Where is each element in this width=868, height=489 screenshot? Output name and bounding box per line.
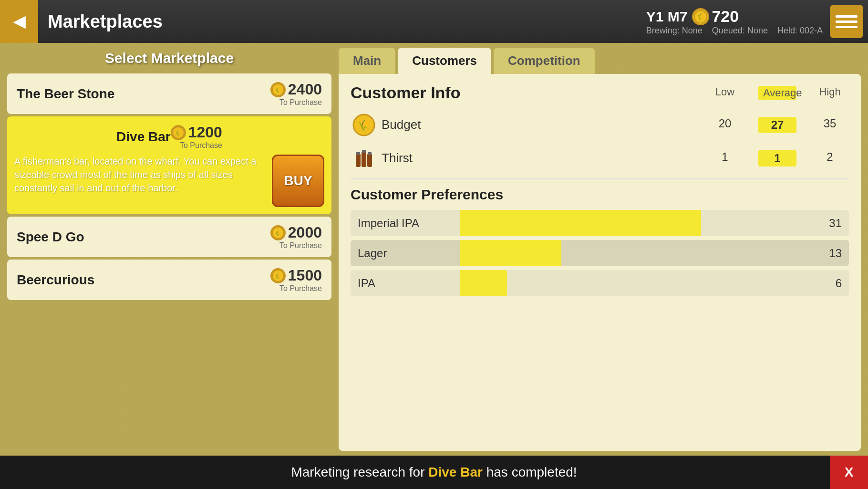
svg-rect-15 xyxy=(356,152,360,155)
header-left: ◀ Marketplaces xyxy=(0,0,163,43)
budget-label: Budget xyxy=(382,117,706,132)
column-headers: Low Average High xyxy=(706,86,849,100)
left-panel: Select Marketplace The Beer Stone 🌾 2400 xyxy=(7,48,331,451)
svg-rect-16 xyxy=(362,150,366,153)
col-header-avg: Average xyxy=(758,86,796,100)
budget-low: 20 xyxy=(706,117,744,133)
lager-name: Lager xyxy=(351,247,460,260)
dive-bar-price: 🌾 1200 xyxy=(171,124,222,141)
customer-row-thirst: Thirst 1 1 2 xyxy=(351,145,849,171)
dive-bar-description: A fisherman's bar, located on the wharf.… xyxy=(14,155,265,195)
speed-go-price-container: 🌾 2000 To Purchase xyxy=(270,224,322,250)
back-button[interactable]: ◀ xyxy=(0,0,38,43)
price-amount: 2400 xyxy=(288,81,322,98)
beercurious-price-label: To Purchase xyxy=(279,284,322,293)
marketplace-list: The Beer Stone 🌾 2400 To Purchase xyxy=(7,73,331,300)
budget-icon: 🌾 xyxy=(351,112,377,138)
menu-line-1 xyxy=(836,15,858,18)
imperial-ipa-name: Imperial IPA xyxy=(351,217,460,230)
ipa-bar xyxy=(460,270,507,296)
header: ◀ Marketplaces Y1 M7 🌾 720 Brewing: N xyxy=(0,0,868,43)
coin-display: 🌾 720 xyxy=(692,7,739,26)
header-info-block: Y1 M7 🌾 720 Brewing: None Queued: None xyxy=(646,7,823,36)
year-month: Y1 M7 xyxy=(646,9,688,25)
tab-content-customers: Customer Info Low Average High 🌾 Budget xyxy=(339,74,861,451)
svg-text:🌾: 🌾 xyxy=(357,119,371,132)
preferences-title: Customer Preferences xyxy=(351,178,849,203)
dive-bar-name: Dive Bar xyxy=(116,129,171,145)
close-notification-button[interactable]: X xyxy=(830,456,868,489)
page-title: Marketplaces xyxy=(48,11,163,32)
tab-customers[interactable]: Customers xyxy=(398,48,491,74)
header-status: Brewing: None Queued: None Held: 002-A xyxy=(646,26,823,36)
select-marketplace-title: Select Marketplace xyxy=(7,48,331,69)
imperial-ipa-value: 31 xyxy=(829,217,849,230)
preference-row-imperial-ipa: Imperial IPA 31 xyxy=(351,210,849,236)
preference-row-lager: Lager 13 xyxy=(351,240,849,266)
menu-line-3 xyxy=(836,26,858,28)
ipa-bar-container: 6 xyxy=(460,270,849,296)
svg-text:🌾: 🌾 xyxy=(697,13,705,21)
svg-text:🌾: 🌾 xyxy=(275,230,281,237)
marketplace-item-name: The Beer Stone xyxy=(17,86,114,102)
menu-button[interactable] xyxy=(830,5,863,38)
col-header-high: High xyxy=(811,86,849,100)
beercurious-name: Beercurious xyxy=(17,272,94,288)
speed-go-coin-icon: 🌾 xyxy=(270,225,286,240)
svg-text:🌾: 🌾 xyxy=(275,87,281,94)
customer-info-header: Customer Info Low Average High xyxy=(351,83,849,102)
price-coin-icon: 🌾 xyxy=(270,82,286,97)
notification-highlight: Dive Bar xyxy=(428,465,483,479)
tabs: Main Customers Competition xyxy=(339,48,861,74)
svg-text:🌾: 🌾 xyxy=(275,273,281,280)
marketplace-item-dive-bar[interactable]: Dive Bar 🌾 1200 To Purchase xyxy=(7,116,331,214)
speed-go-price: 🌾 2000 xyxy=(270,224,322,241)
beercurious-coin-icon: 🌾 xyxy=(270,268,286,283)
tab-main[interactable]: Main xyxy=(339,48,395,74)
tab-competition[interactable]: Competition xyxy=(494,48,595,74)
budget-high: 35 xyxy=(811,117,849,133)
speed-go-price-label: To Purchase xyxy=(279,241,322,250)
marketplace-item-speed-go[interactable]: Spee D Go 🌾 2000 To Purchase xyxy=(7,217,331,257)
thirst-high: 2 xyxy=(811,150,849,166)
notification-bar: Marketing research for Dive Bar has comp… xyxy=(0,456,868,489)
marketplace-item-beercurious[interactable]: Beercurious 🌾 1500 To Purchase xyxy=(7,260,331,300)
lager-value: 13 xyxy=(829,247,849,260)
svg-rect-13 xyxy=(362,151,366,167)
dive-bar-coin-icon: 🌾 xyxy=(171,125,186,140)
marketplace-price: 🌾 2400 xyxy=(270,81,322,98)
right-panel: Main Customers Competition Customer Info… xyxy=(339,48,861,451)
dive-bar-price-amount: 1200 xyxy=(188,124,222,141)
notification-text-after: has completed! xyxy=(483,465,577,479)
back-arrow-icon: ◀ xyxy=(13,12,25,31)
close-notification-label: X xyxy=(845,465,854,480)
thirst-avg: 1 xyxy=(758,150,796,166)
svg-rect-17 xyxy=(368,152,372,155)
col-header-low: Low xyxy=(706,86,744,100)
buy-button-label: BUY xyxy=(284,173,312,188)
speed-go-name: Spee D Go xyxy=(17,229,84,245)
notification-text-before: Marketing research for xyxy=(291,465,428,479)
selected-bottom: A fisherman's bar, located on the wharf.… xyxy=(7,155,331,214)
selected-top: Dive Bar 🌾 1200 To Purchase xyxy=(107,116,232,155)
dive-bar-price-label: To Purchase xyxy=(180,141,222,150)
buy-button[interactable]: BUY xyxy=(272,155,324,207)
main-content: Select Marketplace The Beer Stone 🌾 2400 xyxy=(0,43,868,456)
imperial-ipa-bar xyxy=(460,210,701,236)
dive-bar-price-container: 🌾 1200 To Purchase xyxy=(171,124,222,150)
lager-bar xyxy=(460,240,561,266)
svg-text:🌾: 🌾 xyxy=(175,130,182,136)
customer-row-budget: 🌾 Budget 20 27 35 xyxy=(351,112,849,138)
menu-line-2 xyxy=(836,21,858,23)
thirst-low: 1 xyxy=(706,150,744,166)
customer-info-title: Customer Info xyxy=(351,83,460,102)
beercurious-price-amount: 1500 xyxy=(288,267,322,284)
preference-row-ipa: IPA 6 xyxy=(351,270,849,296)
svg-rect-14 xyxy=(367,154,372,167)
thirst-icon xyxy=(351,145,377,171)
marketplace-item-beer-stone[interactable]: The Beer Stone 🌾 2400 To Purchase xyxy=(7,73,331,114)
marketplace-price-container: 🌾 2400 To Purchase xyxy=(270,81,322,107)
coin-amount: 720 xyxy=(712,7,739,26)
budget-avg: 27 xyxy=(758,117,796,133)
coin-icon: 🌾 xyxy=(692,8,709,25)
